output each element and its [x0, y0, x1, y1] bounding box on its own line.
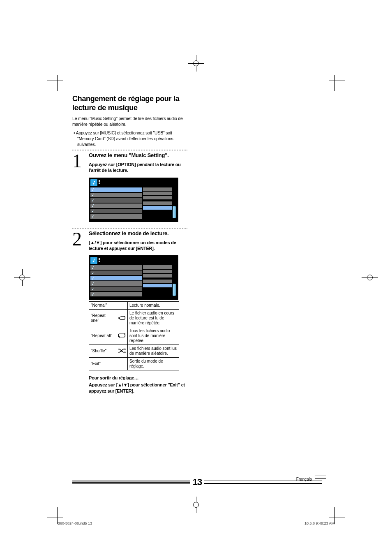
mode-desc: Sortie du mode de réglage. — [128, 358, 179, 370]
registration-mark-top — [188, 55, 204, 72]
mode-name: "Repeat one" — [89, 310, 116, 327]
registration-mark-bottom — [188, 497, 204, 513]
crop-mark — [41, 81, 58, 97]
step-instruction: Appuyez sur [OPTION] pendant la lecture … — [89, 162, 187, 173]
step-number: 1 — [72, 152, 85, 222]
shuffle-icon — [116, 345, 128, 358]
crop-mark — [41, 502, 58, 518]
step-instruction: [▲/▼] pour sélectionner un des modes de … — [89, 240, 187, 252]
page-number: 13 — [193, 477, 202, 488]
mode-name: "Repeat all" — [89, 327, 116, 345]
file-name: B60-5824-08.indb 13 — [58, 521, 92, 525]
language-label: Français — [296, 477, 312, 481]
table-row: "Repeat one" 1 Le fichier audio en cours… — [89, 310, 179, 327]
repeat-one-icon: 1 — [116, 310, 128, 327]
table-row: "Normal" Lecture normale. — [89, 302, 179, 310]
mode-desc: Tous les fichiers audio sont lus de mani… — [128, 327, 179, 345]
intro-text: Le menu "Music Setting" permet de lire d… — [72, 116, 187, 127]
crop-mark — [334, 81, 351, 97]
table-row: "Shuffle" Les fichiers audio sont lus de… — [89, 345, 179, 358]
music-icon — [90, 179, 97, 186]
modes-table: "Normal" Lecture normale. "Repeat one" 1… — [89, 301, 179, 370]
mode-name: "Exit" — [89, 358, 128, 370]
divider — [72, 228, 187, 229]
section-heading: Changement de réglage pour la lecture de… — [72, 95, 187, 112]
divider — [72, 150, 187, 150]
print-metadata: B60-5824-08.indb 13 10.6.8 9:48:23 AM — [58, 521, 334, 525]
mode-desc: Les fichiers audio sont lus de manière a… — [128, 345, 179, 358]
registration-mark-right — [362, 269, 378, 286]
table-row: "Exit" Sortie du mode de réglage. — [89, 358, 179, 370]
step-1: 1 Ouvrez le menu "Music Setting". Appuye… — [72, 151, 187, 222]
mode-name: "Shuffle" — [89, 345, 116, 358]
music-icon — [90, 257, 97, 264]
mode-desc: Le fichier audio en cours de lecture est… — [128, 310, 179, 327]
repeat-all-icon — [116, 327, 128, 345]
step-title: Sélectionnez le mode de lecture. — [89, 230, 187, 236]
step-2: 2 Sélectionnez le mode de lecture. [▲/▼]… — [72, 229, 187, 394]
table-row: "Repeat all" Tous les fichiers audio son… — [89, 327, 179, 345]
mode-name: "Normal" — [89, 302, 128, 310]
bullet-note: • Appuyez sur [MUSIC] et sélectionnez so… — [72, 130, 187, 148]
mode-desc: Lecture normale. — [128, 302, 179, 310]
ui-screenshot-2 — [89, 255, 178, 300]
ui-screenshot-1 — [89, 178, 178, 222]
registration-mark-left — [14, 269, 30, 286]
timestamp: 10.6.8 9:48:23 AM — [304, 521, 334, 525]
step-number: 2 — [72, 230, 85, 394]
decorative-lines — [315, 476, 326, 480]
step-title: Ouvrez le menu "Music Setting". — [89, 152, 187, 158]
exit-instruction: Appuyez sur [▲/▼] pour sélectionner "Exi… — [89, 382, 187, 394]
crop-mark — [334, 502, 351, 518]
footer-rule: 13 — [72, 477, 322, 488]
exit-heading: Pour sortir du réglage… — [89, 375, 187, 380]
